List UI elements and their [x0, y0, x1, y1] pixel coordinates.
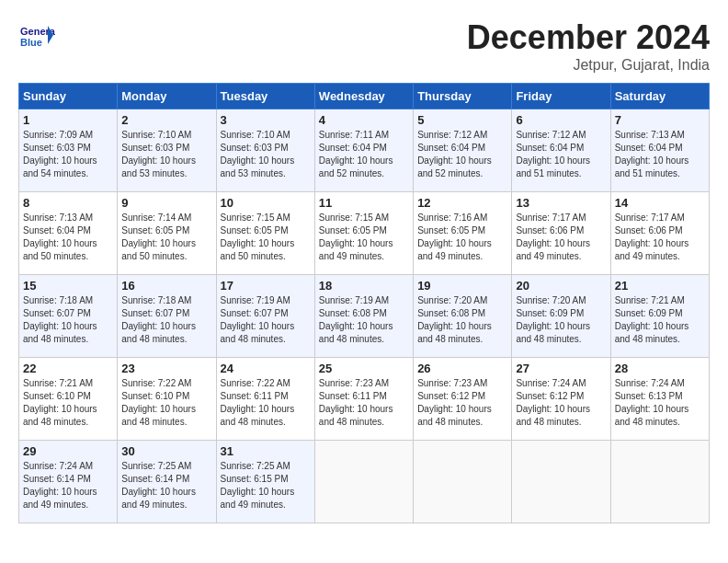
calendar-cell: 20Sunrise: 7:20 AMSunset: 6:09 PMDayligh…: [512, 275, 610, 358]
day-number: 15: [23, 279, 113, 293]
calendar-cell: 14Sunrise: 7:17 AMSunset: 6:06 PMDayligh…: [610, 192, 709, 275]
cell-text: Sunrise: 7:20 AMSunset: 6:08 PMDaylight:…: [417, 294, 507, 346]
day-number: 6: [516, 113, 606, 127]
day-number: 11: [319, 196, 409, 210]
calendar-cell: 22Sunrise: 7:21 AMSunset: 6:10 PMDayligh…: [19, 358, 118, 441]
day-number: 5: [417, 113, 507, 127]
calendar-cell: 19Sunrise: 7:20 AMSunset: 6:08 PMDayligh…: [414, 275, 512, 358]
calendar-cell: 9Sunrise: 7:14 AMSunset: 6:05 PMDaylight…: [118, 192, 216, 275]
day-number: 30: [121, 444, 211, 458]
svg-text:Blue: Blue: [20, 37, 42, 48]
calendar-cell: 24Sunrise: 7:22 AMSunset: 6:11 PMDayligh…: [216, 358, 314, 441]
cell-text: Sunrise: 7:09 AMSunset: 6:03 PMDaylight:…: [23, 129, 113, 180]
calendar-cell: 13Sunrise: 7:17 AMSunset: 6:06 PMDayligh…: [512, 192, 610, 275]
cell-text: Sunrise: 7:24 AMSunset: 6:14 PMDaylight:…: [23, 460, 113, 511]
day-number: 24: [221, 362, 311, 375]
day-number: 7: [615, 113, 705, 127]
cell-text: Sunrise: 7:13 AMSunset: 6:04 PMDaylight:…: [23, 212, 113, 263]
calendar-cell: 26Sunrise: 7:23 AMSunset: 6:12 PMDayligh…: [414, 358, 512, 441]
calendar-cell: 5Sunrise: 7:12 AMSunset: 6:04 PMDaylight…: [414, 109, 512, 192]
day-number: 17: [221, 279, 311, 293]
calendar-cell: 25Sunrise: 7:23 AMSunset: 6:11 PMDayligh…: [314, 358, 413, 441]
day-number: 14: [615, 196, 705, 210]
month-title: December 2024: [467, 18, 710, 57]
cell-text: Sunrise: 7:19 AMSunset: 6:08 PMDaylight:…: [319, 294, 409, 346]
calendar-cell: 17Sunrise: 7:19 AMSunset: 6:07 PMDayligh…: [216, 275, 314, 358]
cell-text: Sunrise: 7:25 AMSunset: 6:14 PMDaylight:…: [121, 460, 211, 511]
cell-text: Sunrise: 7:23 AMSunset: 6:11 PMDaylight:…: [319, 377, 409, 429]
calendar-cell: 10Sunrise: 7:15 AMSunset: 6:05 PMDayligh…: [216, 192, 314, 275]
weekday-header-wednesday: Wednesday: [314, 84, 413, 109]
weekday-header-tuesday: Tuesday: [216, 84, 314, 109]
cell-text: Sunrise: 7:10 AMSunset: 6:03 PMDaylight:…: [221, 129, 311, 180]
cell-text: Sunrise: 7:17 AMSunset: 6:06 PMDaylight:…: [615, 212, 705, 263]
weekday-header-saturday: Saturday: [610, 84, 709, 109]
cell-text: Sunrise: 7:12 AMSunset: 6:04 PMDaylight:…: [516, 129, 606, 180]
location: Jetpur, Gujarat, India: [467, 57, 710, 74]
calendar-cell: 11Sunrise: 7:15 AMSunset: 6:05 PMDayligh…: [314, 192, 413, 275]
cell-text: Sunrise: 7:25 AMSunset: 6:15 PMDaylight:…: [221, 460, 311, 511]
calendar-cell: 29Sunrise: 7:24 AMSunset: 6:14 PMDayligh…: [19, 441, 118, 523]
day-number: 18: [319, 279, 409, 293]
calendar-table: SundayMondayTuesdayWednesdayThursdayFrid…: [18, 83, 710, 523]
day-number: 16: [121, 279, 211, 293]
calendar-week-row: 22Sunrise: 7:21 AMSunset: 6:10 PMDayligh…: [19, 358, 710, 441]
calendar-cell: 23Sunrise: 7:22 AMSunset: 6:10 PMDayligh…: [118, 358, 216, 441]
calendar-cell: 30Sunrise: 7:25 AMSunset: 6:14 PMDayligh…: [118, 441, 216, 523]
day-number: 25: [319, 362, 409, 375]
cell-text: Sunrise: 7:11 AMSunset: 6:04 PMDaylight:…: [319, 129, 409, 180]
day-number: 28: [615, 362, 705, 375]
day-number: 2: [121, 113, 211, 127]
cell-text: Sunrise: 7:20 AMSunset: 6:09 PMDaylight:…: [516, 294, 606, 346]
calendar-week-row: 15Sunrise: 7:18 AMSunset: 6:07 PMDayligh…: [19, 275, 710, 358]
calendar-cell: 2Sunrise: 7:10 AMSunset: 6:03 PMDaylight…: [118, 109, 216, 192]
cell-text: Sunrise: 7:19 AMSunset: 6:07 PMDaylight:…: [221, 294, 311, 346]
day-number: 23: [121, 362, 211, 375]
calendar-cell: 12Sunrise: 7:16 AMSunset: 6:05 PMDayligh…: [414, 192, 512, 275]
cell-text: Sunrise: 7:22 AMSunset: 6:11 PMDaylight:…: [221, 377, 311, 429]
day-number: 4: [319, 113, 409, 127]
calendar-cell: 31Sunrise: 7:25 AMSunset: 6:15 PMDayligh…: [216, 441, 314, 523]
cell-text: Sunrise: 7:22 AMSunset: 6:10 PMDaylight:…: [121, 377, 211, 429]
day-number: 10: [221, 196, 311, 210]
cell-text: Sunrise: 7:17 AMSunset: 6:06 PMDaylight:…: [516, 212, 606, 263]
day-number: 27: [516, 362, 606, 375]
title-area: December 2024 Jetpur, Gujarat, India: [467, 18, 710, 74]
calendar-week-row: 29Sunrise: 7:24 AMSunset: 6:14 PMDayligh…: [19, 441, 710, 523]
calendar-cell: [512, 441, 610, 523]
cell-text: Sunrise: 7:21 AMSunset: 6:09 PMDaylight:…: [615, 294, 705, 346]
calendar-cell: 28Sunrise: 7:24 AMSunset: 6:13 PMDayligh…: [610, 358, 709, 441]
weekday-header-thursday: Thursday: [414, 84, 512, 109]
day-number: 21: [615, 279, 705, 293]
calendar-cell: 21Sunrise: 7:21 AMSunset: 6:09 PMDayligh…: [610, 275, 709, 358]
day-number: 29: [23, 444, 113, 458]
day-number: 26: [417, 362, 507, 375]
calendar-week-row: 8Sunrise: 7:13 AMSunset: 6:04 PMDaylight…: [19, 192, 710, 275]
cell-text: Sunrise: 7:10 AMSunset: 6:03 PMDaylight:…: [121, 129, 211, 180]
cell-text: Sunrise: 7:24 AMSunset: 6:12 PMDaylight:…: [516, 377, 606, 429]
cell-text: Sunrise: 7:21 AMSunset: 6:10 PMDaylight:…: [23, 377, 113, 429]
cell-text: Sunrise: 7:13 AMSunset: 6:04 PMDaylight:…: [615, 129, 705, 180]
calendar-cell: 4Sunrise: 7:11 AMSunset: 6:04 PMDaylight…: [314, 109, 413, 192]
cell-text: Sunrise: 7:15 AMSunset: 6:05 PMDaylight:…: [319, 212, 409, 263]
calendar-cell: 1Sunrise: 7:09 AMSunset: 6:03 PMDaylight…: [19, 109, 118, 192]
weekday-header-row: SundayMondayTuesdayWednesdayThursdayFrid…: [19, 84, 710, 109]
logo-icon: General Blue: [18, 18, 55, 55]
calendar-cell: [314, 441, 413, 523]
weekday-header-friday: Friday: [512, 84, 610, 109]
day-number: 8: [23, 196, 113, 210]
day-number: 3: [221, 113, 311, 127]
day-number: 13: [516, 196, 606, 210]
calendar-cell: 16Sunrise: 7:18 AMSunset: 6:07 PMDayligh…: [118, 275, 216, 358]
cell-text: Sunrise: 7:23 AMSunset: 6:12 PMDaylight:…: [417, 377, 507, 429]
day-number: 22: [23, 362, 113, 375]
cell-text: Sunrise: 7:12 AMSunset: 6:04 PMDaylight:…: [417, 129, 507, 180]
calendar-cell: 18Sunrise: 7:19 AMSunset: 6:08 PMDayligh…: [314, 275, 413, 358]
day-number: 31: [221, 444, 311, 458]
cell-text: Sunrise: 7:14 AMSunset: 6:05 PMDaylight:…: [121, 212, 211, 263]
weekday-header-sunday: Sunday: [19, 84, 118, 109]
weekday-header-monday: Monday: [118, 84, 216, 109]
calendar-cell: 3Sunrise: 7:10 AMSunset: 6:03 PMDaylight…: [216, 109, 314, 192]
calendar-cell: 7Sunrise: 7:13 AMSunset: 6:04 PMDaylight…: [610, 109, 709, 192]
day-number: 1: [23, 113, 113, 127]
